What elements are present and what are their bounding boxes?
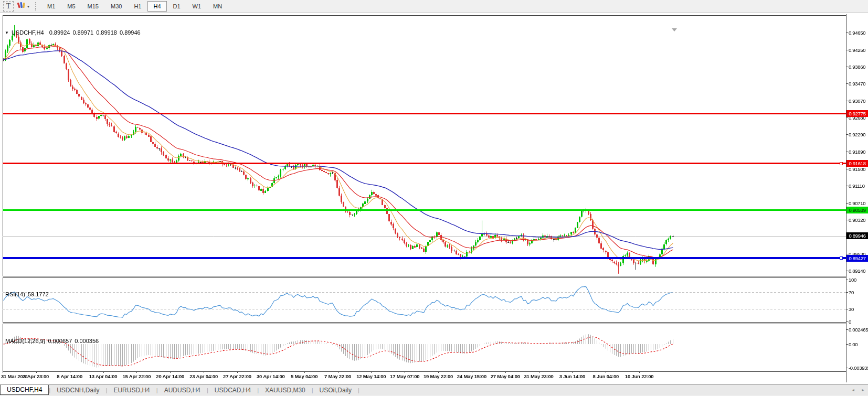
tab-scroll-left-icon[interactable]: ◄ xyxy=(851,388,855,392)
resistance-line-2[interactable] xyxy=(3,163,846,164)
price-badge-resistance-line-1: 0.92775 xyxy=(846,110,868,117)
rsi-indicator-label: RSI(14)59.1772 xyxy=(5,291,51,297)
symbol-label: USDCHF,H4 xyxy=(12,29,44,36)
resistance-line-1[interactable] xyxy=(3,113,846,114)
timeframe-button-M30[interactable]: M30 xyxy=(105,1,128,12)
chart-window: ▼ USDCHF,H4 0.89924 0.89971 0.89918 0.89… xyxy=(0,13,868,384)
resistance-line-2-handle[interactable] xyxy=(840,162,843,165)
text-tool-button[interactable]: T xyxy=(3,1,14,12)
timeframe-button-M15[interactable]: M15 xyxy=(82,1,104,12)
chart-tab-USDCHF-H4[interactable]: USDCHF,H4 xyxy=(0,385,49,395)
chart-title: ▼ USDCHF,H4 0.89924 0.89971 0.89918 0.89… xyxy=(5,29,143,36)
toolbar-grip[interactable] xyxy=(35,2,37,10)
price-tick-label: 0.94250 xyxy=(849,47,868,53)
chart-tab-USDCNH-Daily[interactable]: USDCNH,Daily xyxy=(50,385,105,395)
close-value: 0.89946 xyxy=(120,29,141,36)
macd-tick-label: 0.002465 xyxy=(849,327,868,333)
price-tick-label: 0.91890 xyxy=(849,149,868,155)
macd-signal-value: 0.000356 xyxy=(75,338,99,344)
top-toolbar: T ▼ M1M5M15M30H1H4D1W1MN xyxy=(0,0,868,13)
price-tick-label: 0.93070 xyxy=(849,98,868,104)
date-label: 17 May 07:00 xyxy=(390,373,419,379)
high-value: 0.89971 xyxy=(72,29,93,36)
date-label: 19 May 22:00 xyxy=(424,373,453,379)
price-tick-label: 0.93470 xyxy=(849,81,868,87)
chart-tab-bar: USDCHF,H4|USDCNH,Daily|EURUSD,H4|AUDUSD,… xyxy=(0,384,868,395)
date-label: 12 May 14:00 xyxy=(356,373,386,379)
rsi-tick-label: 100 xyxy=(849,277,868,283)
timeframe-button-M1[interactable]: M1 xyxy=(41,1,61,12)
date-label: 31 May 23:00 xyxy=(524,373,553,379)
timeframe-button-MN[interactable]: MN xyxy=(207,1,228,12)
chart-shift-marker[interactable] xyxy=(672,28,677,31)
current-price-badge: 0.89946 xyxy=(846,232,868,239)
open-value: 0.89924 xyxy=(49,29,70,36)
timeframe-button-H1[interactable]: H1 xyxy=(128,1,147,12)
rsi-tick-label: 0 xyxy=(849,319,868,325)
price-badge-support-line-blue: 0.89427 xyxy=(846,255,868,262)
price-tick-label: 0.90320 xyxy=(849,217,868,223)
date-label: 20 Apr 14:00 xyxy=(156,373,184,379)
date-label: 23 Apr 04:00 xyxy=(189,373,218,379)
date-label: 7 May 22:00 xyxy=(324,373,351,379)
date-label: 5 Apr 23:00 xyxy=(24,373,49,379)
chart-tab-XAUUSD-M30[interactable]: XAUUSD,M30 xyxy=(259,385,312,395)
low-value: 0.89918 xyxy=(96,29,117,36)
support-line-blue[interactable] xyxy=(3,257,846,259)
date-label: 3 Jun 14:00 xyxy=(559,373,586,379)
rsi-tick-label: 30 xyxy=(849,306,868,312)
timeframe-button-M5[interactable]: M5 xyxy=(61,1,81,12)
price-tick-label: 0.93860 xyxy=(849,64,868,70)
price-tick-label: 0.90710 xyxy=(849,200,868,206)
chart-tab-EURUSD-H4[interactable]: EURUSD,H4 xyxy=(107,385,156,395)
timeframe-button-W1[interactable]: W1 xyxy=(187,1,207,12)
macd-tick-label: -0.003935 xyxy=(849,365,868,371)
macd-tick-label: 0.00 xyxy=(849,341,868,347)
chevron-down-icon: ▼ xyxy=(27,5,30,8)
timeframe-toolbar: M1M5M15M30H1H4D1W1MN xyxy=(41,1,228,12)
price-tick-label: 0.94650 xyxy=(849,30,868,36)
date-label: 30 Apr 14:00 xyxy=(257,373,285,379)
macd-indicator-label: MACD(12,26,9)0.0006570.000356 xyxy=(5,338,101,344)
support-line-blue-handle[interactable] xyxy=(840,256,843,260)
date-label: 15 Apr 22:00 xyxy=(123,373,151,379)
price-tick-label: 0.89140 xyxy=(849,268,868,274)
timeframe-button-D1[interactable]: D1 xyxy=(167,1,186,12)
tab-separator: | xyxy=(358,385,359,395)
date-label: 24 May 15:00 xyxy=(457,373,486,379)
price-badge-resistance-line-2: 0.91618 xyxy=(846,160,868,167)
chart-menu-icon[interactable]: ▼ xyxy=(5,30,9,35)
colors-tool-button[interactable]: ▼ xyxy=(16,1,31,12)
chart-tab-USDCAD-H4[interactable]: USDCAD,H4 xyxy=(208,385,257,395)
chart-canvas[interactable] xyxy=(0,13,868,384)
rsi-name: RSI(14) xyxy=(5,291,25,297)
date-label: 10 Jun 22:00 xyxy=(625,373,654,379)
timeframe-button-H4[interactable]: H4 xyxy=(147,1,166,12)
price-tick-label: 0.91110 xyxy=(849,183,868,189)
macd-main-value: 0.000657 xyxy=(48,338,72,344)
chart-tab-AUDUSD-H4[interactable]: AUDUSD,H4 xyxy=(158,385,207,395)
date-label: 8 Apr 14:00 xyxy=(57,373,82,379)
date-label: 13 Apr 04:00 xyxy=(89,373,118,379)
price-tick-label: 0.92290 xyxy=(849,132,868,137)
crayons-icon xyxy=(17,2,25,11)
macd-name: MACD(12,26,9) xyxy=(5,338,45,344)
date-label: 27 May 04:00 xyxy=(491,373,520,379)
rsi-tick-label: 70 xyxy=(849,290,868,295)
date-label: 8 Jun 04:00 xyxy=(593,373,619,379)
price-badge-support-line-green: 0.90539 xyxy=(846,207,868,213)
date-label: 5 May 04:00 xyxy=(291,373,317,379)
date-label: 27 Apr 22:00 xyxy=(223,373,251,379)
support-line-green[interactable] xyxy=(3,209,846,211)
chart-tab-USOil-Daily[interactable]: USOil,Daily xyxy=(313,385,358,395)
rsi-value: 59.1772 xyxy=(28,291,49,297)
tab-scroll-right-icon[interactable]: ► xyxy=(861,388,865,392)
